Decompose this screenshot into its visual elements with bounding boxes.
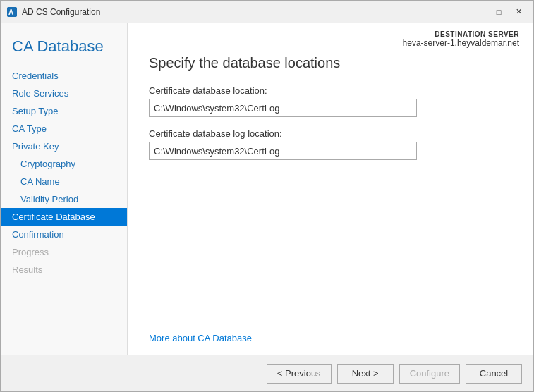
sidebar-item-certificate-database[interactable]: Certificate Database <box>1 208 127 226</box>
sidebar-item-role-services[interactable]: Role Services <box>1 85 127 102</box>
next-button[interactable]: Next > <box>337 364 394 384</box>
sidebar-item-progress: Progress <box>1 243 127 261</box>
cert-db-log-input[interactable] <box>149 142 417 160</box>
sidebar-title: CA Database <box>12 37 116 56</box>
app-icon: A <box>6 6 18 18</box>
sidebar-item-validity-period[interactable]: Validity Period <box>1 190 127 208</box>
title-bar: A AD CS Configuration — □ ✕ <box>1 1 533 23</box>
window-controls: — □ ✕ <box>470 3 528 21</box>
sidebar: CA Database Credentials Role Services Se… <box>1 23 128 355</box>
help-link[interactable]: More about CA Database <box>149 333 252 343</box>
sidebar-item-results: Results <box>1 261 127 278</box>
cert-db-label: Certificate database location: <box>149 85 512 96</box>
previous-button[interactable]: < Previous <box>267 364 332 384</box>
cert-db-input[interactable] <box>149 99 417 117</box>
main-content: DESTINATION SERVER heva-server-1.heyvald… <box>128 23 533 355</box>
maximize-button[interactable]: □ <box>490 3 508 21</box>
destination-server: heva-server-1.heyvaldemar.net <box>142 38 519 48</box>
cert-db-field-group: Certificate database location: <box>149 85 512 117</box>
sidebar-header: CA Database <box>1 30 127 67</box>
link-area: More about CA Database <box>128 326 533 355</box>
cert-db-log-field-group: Certificate database log location: <box>149 128 512 160</box>
cancel-button[interactable]: Cancel <box>466 364 522 384</box>
sidebar-item-setup-type[interactable]: Setup Type <box>1 102 127 120</box>
configure-button: Configure <box>399 364 460 384</box>
sidebar-item-credentials[interactable]: Credentials <box>1 67 127 85</box>
destination-label: DESTINATION SERVER <box>142 30 519 38</box>
page-body: Specify the database locations Certifica… <box>128 55 533 326</box>
sidebar-item-ca-name[interactable]: CA Name <box>1 173 127 190</box>
content-area: CA Database Credentials Role Services Se… <box>1 23 533 355</box>
window-title: AD CS Configuration <box>22 7 470 17</box>
destination-info: DESTINATION SERVER heva-server-1.heyvald… <box>128 23 533 55</box>
minimize-button[interactable]: — <box>470 3 488 21</box>
svg-text:A: A <box>8 8 13 16</box>
sidebar-item-private-key[interactable]: Private Key <box>1 137 127 155</box>
sidebar-item-confirmation[interactable]: Confirmation <box>1 226 127 243</box>
sidebar-item-cryptography[interactable]: Cryptography <box>1 155 127 173</box>
cert-db-log-label: Certificate database log location: <box>149 128 512 139</box>
close-button[interactable]: ✕ <box>509 3 528 21</box>
footer: < Previous Next > Configure Cancel <box>1 355 533 391</box>
page-heading: Specify the database locations <box>149 55 512 71</box>
sidebar-item-ca-type[interactable]: CA Type <box>1 120 127 137</box>
main-window: A AD CS Configuration — □ ✕ CA Database … <box>0 0 534 392</box>
